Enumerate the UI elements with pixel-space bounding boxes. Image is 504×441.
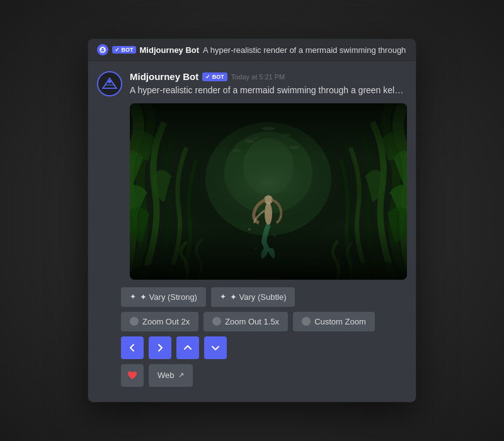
vary-strong-label: ✦ Vary (Strong)	[140, 292, 197, 302]
svg-point-1	[108, 80, 111, 83]
generated-image-container	[130, 103, 407, 280]
svg-rect-25	[130, 103, 407, 280]
buttons-area: ✦ ✦ Vary (Strong) ✦ ✦ Vary (Subtle) Zoom…	[88, 287, 416, 402]
notification-bar: ✓ BOT Midjourney Bot A hyper-realistic r…	[88, 39, 416, 61]
external-link-icon: ↗	[178, 371, 184, 379]
zoom-icon-1	[130, 317, 139, 326]
zoom-out-1-5x-label: Zoom Out 1.5x	[225, 317, 279, 326]
sender-name: Midjourney Bot	[130, 71, 198, 82]
zoom-out-2x-label: Zoom Out 2x	[142, 317, 190, 326]
message-area: Midjourney Bot ✓ BOT Today at 5:21 PM A …	[88, 61, 416, 287]
message-header: Midjourney Bot ✓ BOT Today at 5:21 PM	[130, 71, 407, 82]
vary-buttons-row: ✦ ✦ Vary (Strong) ✦ ✦ Vary (Subtle)	[121, 287, 407, 307]
message-text: A hyper-realistic render of a mermaid sw…	[130, 84, 407, 97]
zoom-buttons-row: Zoom Out 2x Zoom Out 1.5x Custom Zoom	[121, 312, 407, 331]
vary-subtle-button[interactable]: ✦ ✦ Vary (Subtle)	[211, 287, 295, 307]
message-timestamp: Today at 5:21 PM	[231, 73, 285, 81]
zoom-out-1-5x-button[interactable]: Zoom Out 1.5x	[203, 312, 288, 331]
notification-bot-badge: ✓ BOT	[112, 46, 136, 54]
mermaid-image	[130, 103, 407, 280]
custom-zoom-label: Custom Zoom	[314, 317, 366, 326]
notification-avatar	[97, 44, 108, 55]
notification-sender: Midjourney Bot	[140, 45, 200, 55]
heart-button[interactable]	[121, 364, 144, 387]
custom-zoom-button[interactable]: Custom Zoom	[293, 312, 375, 331]
notification-text: A hyper-realistic render of a mermaid sw…	[203, 45, 406, 55]
bot-badge: ✓ BOT	[202, 72, 227, 81]
zoom-out-2x-button[interactable]: Zoom Out 2x	[121, 312, 198, 331]
svg-point-0	[98, 72, 121, 95]
sparkle-icon-2: ✦	[220, 292, 226, 301]
heart-web-row: Web ↗	[121, 364, 407, 387]
vary-strong-button[interactable]: ✦ ✦ Vary (Strong)	[121, 287, 206, 307]
arrow-up-button[interactable]	[176, 336, 199, 359]
arrow-down-button[interactable]	[204, 336, 227, 359]
zoom-icon-2	[212, 317, 221, 326]
vary-subtle-label: ✦ Vary (Subtle)	[230, 292, 287, 302]
arrow-left-button[interactable]	[121, 336, 144, 359]
arrow-right-button[interactable]	[149, 336, 171, 359]
arrow-buttons-row	[121, 336, 407, 359]
discord-card: ✓ BOT Midjourney Bot A hyper-realistic r…	[88, 39, 416, 402]
web-label: Web	[158, 370, 175, 380]
zoom-icon-3	[302, 317, 311, 326]
bot-avatar	[97, 71, 122, 96]
web-button[interactable]: Web ↗	[149, 364, 193, 387]
sparkle-icon: ✦	[130, 292, 136, 301]
message-content: Midjourney Bot ✓ BOT Today at 5:21 PM A …	[130, 71, 407, 287]
